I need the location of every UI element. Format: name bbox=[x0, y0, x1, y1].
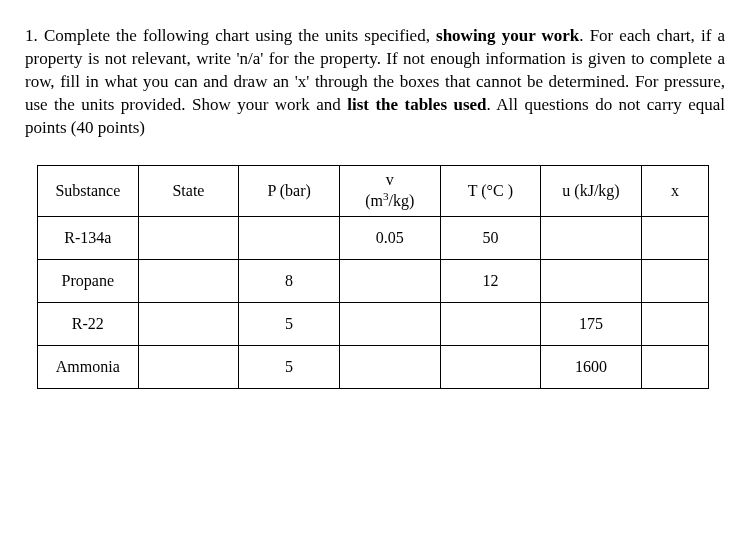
problem-number: 1. bbox=[25, 26, 38, 45]
v-unit-suffix: /kg) bbox=[389, 192, 415, 209]
bold-showing-work: showing your work bbox=[436, 26, 579, 45]
cell-v bbox=[339, 259, 440, 302]
cell-t: 12 bbox=[440, 259, 541, 302]
cell-x bbox=[641, 216, 708, 259]
cell-p: 8 bbox=[239, 259, 340, 302]
table-row: Ammonia 5 1600 bbox=[38, 345, 709, 388]
table-row: Propane 8 12 bbox=[38, 259, 709, 302]
header-pressure: P (bar) bbox=[239, 165, 340, 216]
text-part-1: Complete the following chart using the u… bbox=[44, 26, 436, 45]
cell-state bbox=[138, 302, 239, 345]
cell-t bbox=[440, 302, 541, 345]
table-row: R-134a 0.05 50 bbox=[38, 216, 709, 259]
cell-substance: Ammonia bbox=[38, 345, 139, 388]
cell-v bbox=[339, 345, 440, 388]
cell-v bbox=[339, 302, 440, 345]
cell-x bbox=[641, 259, 708, 302]
cell-u: 175 bbox=[541, 302, 642, 345]
cell-state bbox=[138, 216, 239, 259]
header-substance: Substance bbox=[38, 165, 139, 216]
cell-substance: R-134a bbox=[38, 216, 139, 259]
cell-substance: R-22 bbox=[38, 302, 139, 345]
cell-u bbox=[541, 216, 642, 259]
cell-u bbox=[541, 259, 642, 302]
cell-u: 1600 bbox=[541, 345, 642, 388]
cell-v: 0.05 bbox=[339, 216, 440, 259]
header-specific-volume: v (m3/kg) bbox=[339, 165, 440, 216]
cell-p bbox=[239, 216, 340, 259]
cell-p: 5 bbox=[239, 345, 340, 388]
header-state: State bbox=[138, 165, 239, 216]
v-symbol: v bbox=[386, 171, 394, 188]
cell-t bbox=[440, 345, 541, 388]
cell-p: 5 bbox=[239, 302, 340, 345]
header-quality: x bbox=[641, 165, 708, 216]
header-row: Substance State P (bar) v (m3/kg) T (°C … bbox=[38, 165, 709, 216]
v-unit-prefix: (m bbox=[365, 192, 383, 209]
cell-t: 50 bbox=[440, 216, 541, 259]
problem-statement: 1. Complete the following chart using th… bbox=[25, 25, 725, 140]
properties-table: Substance State P (bar) v (m3/kg) T (°C … bbox=[37, 165, 709, 389]
cell-state bbox=[138, 345, 239, 388]
cell-x bbox=[641, 302, 708, 345]
header-temperature: T (°C ) bbox=[440, 165, 541, 216]
table-row: R-22 5 175 bbox=[38, 302, 709, 345]
cell-substance: Propane bbox=[38, 259, 139, 302]
bold-list-tables: list the tables used bbox=[347, 95, 486, 114]
cell-state bbox=[138, 259, 239, 302]
header-internal-energy: u (kJ/kg) bbox=[541, 165, 642, 216]
cell-x bbox=[641, 345, 708, 388]
